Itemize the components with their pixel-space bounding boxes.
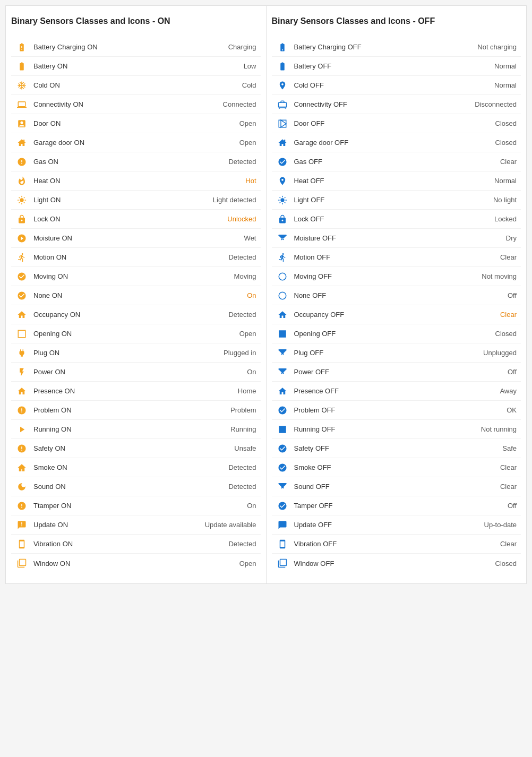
sensor-row: Gas ONDetected [11,152,261,171]
sensor-icon [13,406,30,415]
sensor-icon [274,444,291,453]
sensor-status: Disconnected [471,100,519,108]
sensor-label: Cold OFF [291,81,471,89]
sensor-label: Gas ON [30,158,211,166]
sensor-icon [274,406,291,415]
sensor-status: Charging [211,43,259,51]
sensor-label: Connectivity ON [30,100,211,108]
sensor-status: Normal [471,81,519,89]
sensor-status: Closed [471,560,519,567]
sensor-icon [274,463,291,472]
sensor-row: Light ONLight detected [11,191,261,210]
sensor-label: Motion ON [30,253,211,261]
sensor-row: Moisture OFFDry [272,229,521,248]
sensor-icon [13,482,30,492]
sensor-icon [13,558,30,568]
sensor-status: Light detected [211,196,259,204]
sensor-label: Plug ON [30,349,211,357]
sensor-icon [274,425,291,434]
sensor-row: Running OFFNot running [272,420,521,439]
sensor-row: Safety OFFSafe [272,439,521,458]
sensor-icon [274,42,291,52]
sensor-row: Lock OFFLocked [272,210,521,229]
sensor-icon [274,234,291,243]
sensor-row: Tamper OFFOff [272,496,521,515]
sensor-row: Plug OFFUnplugged [272,343,521,363]
sensor-row: Running ONRunning [11,420,261,439]
sensor-icon [274,81,291,90]
sensor-label: None ON [30,291,211,299]
sensor-label: Moving ON [30,272,211,280]
sensor-icon [274,157,291,167]
sensor-row: Motion OFFClear [272,248,521,267]
sensor-icon [274,214,291,224]
sensor-row: Door OFFClosed [272,114,521,133]
sensor-row: Motion ONDetected [11,248,261,267]
sensor-icon [274,195,291,205]
sensor-label: Smoke ON [30,463,211,471]
sensor-label: Safety OFF [291,444,471,452]
sensor-row: Smoke ONDetected [11,458,261,477]
sensor-status: Low [211,62,259,70]
sensor-label: Moving OFF [291,272,471,280]
sensor-icon [13,62,30,71]
sensor-label: Power ON [30,368,211,376]
sensor-icon [274,138,291,148]
sensor-row: Update OFFUp-to-date [272,515,521,535]
sensor-status: Detected [211,158,259,166]
sensor-status: Dry [471,234,519,242]
sensor-row: Occupancy OFFClear [272,305,521,324]
sensor-row: Gas OFFClear [272,152,521,171]
sensor-row: Battery OFFNormal [272,57,521,76]
sensor-icon [274,310,291,320]
sensor-status: Away [471,387,519,395]
sensor-status: Clear [471,483,519,491]
sensor-icon [13,444,30,453]
sensor-row: Connectivity OFFDisconnected [272,95,521,114]
sensor-label: Safety ON [30,444,211,452]
sensor-row: Heat ONHot [11,171,261,191]
sensor-icon [13,310,30,320]
sensor-row: Ttamper ONOn [11,496,261,515]
sensor-status: Detected [211,253,259,261]
sensor-row: Connectivity ONConnected [11,95,261,114]
sensor-label: Cold ON [30,81,211,89]
sensor-status: Clear [471,540,519,548]
sensor-icon [13,138,30,148]
sensor-row: None OFFOff [272,286,521,305]
sensor-icon [13,234,30,243]
sensor-label: Plug OFF [291,349,471,357]
sensor-status: Problem [211,406,259,414]
sensor-icon [13,272,30,281]
sensor-icon [274,100,291,109]
sensor-label: Moisture ON [30,234,211,242]
svg-line-4 [285,108,286,109]
sensor-label: Power OFF [291,368,471,376]
sensor-status: Detected [211,540,259,548]
sensor-status: Off [471,502,519,510]
sensor-icon [13,81,30,90]
sensor-icon [13,176,30,186]
sensor-icon [13,539,30,549]
sensor-icon [13,348,30,358]
sensor-status: Open [211,330,259,338]
svg-point-5 [279,273,286,280]
sensor-row: Window OFFClosed [272,554,521,573]
sensor-label: Light ON [30,196,211,204]
sensor-icon [13,501,30,511]
sensor-label: Occupancy ON [30,311,211,319]
sensor-status: Open [211,119,259,127]
sensor-label: Presence OFF [291,387,471,395]
sensor-row: Sound ONDetected [11,477,261,496]
sensor-status: No light [471,196,519,204]
sensor-status: Plugged in [211,349,259,357]
sensor-row: Opening OFFClosed [272,324,521,343]
sensor-row: Occupancy ONDetected [11,305,261,324]
sensor-status: Safe [471,444,519,452]
sensor-label: Door ON [30,119,211,127]
svg-rect-1 [278,102,286,107]
sensor-row: Power OFFOff [272,363,521,382]
sensor-label: Door OFF [291,119,471,127]
off-rows: Battery Charging OFFNot chargingBattery … [272,38,521,573]
sensor-label: Vibration ON [30,540,211,548]
